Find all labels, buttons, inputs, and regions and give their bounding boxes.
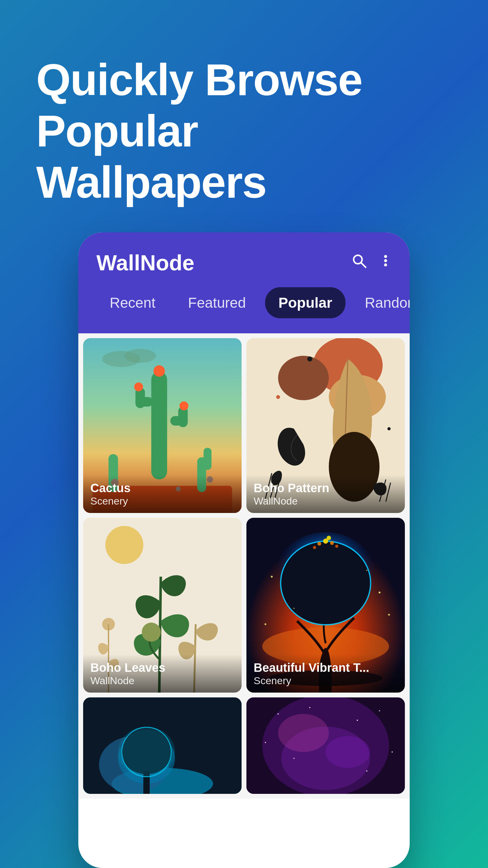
wallpaper-card-boho-leaves[interactable]: Boho Leaves WallNode [83,518,241,692]
card-subtitle-cactus: Scenery [90,495,234,507]
card-label-boho-pattern: Boho Pattern WallNode [247,475,405,513]
svg-point-50 [313,546,316,549]
svg-point-77 [265,742,266,743]
card-subtitle-boho-pattern: WallNode [254,495,398,507]
svg-rect-20 [204,447,212,470]
svg-point-67 [118,726,175,777]
app-header: WallNode Recent [78,232,410,333]
svg-point-58 [264,623,266,625]
svg-point-79 [293,758,295,759]
svg-point-75 [357,719,358,721]
svg-point-78 [392,751,393,752]
card-label-boho-leaves: Boho Leaves WallNode [83,654,241,692]
app-title: WallNode [96,250,194,275]
svg-point-40 [142,622,161,641]
tab-popular[interactable]: Popular [265,287,346,318]
svg-point-80 [366,770,367,772]
svg-point-39 [105,526,143,564]
svg-line-1 [361,262,366,267]
svg-point-52 [327,535,331,540]
tab-random[interactable]: Random [352,287,410,318]
card-title-boho-pattern: Boho Pattern [254,481,398,495]
svg-point-73 [278,713,279,714]
svg-point-48 [318,541,321,546]
svg-point-55 [379,591,381,593]
svg-point-7 [124,349,156,363]
svg-point-57 [366,569,367,571]
svg-point-59 [388,614,390,615]
wallpaper-card-5[interactable] [83,698,241,794]
svg-point-4 [384,264,387,267]
card-label-vibrant-tree: Beautiful Vibrant T... Scenery [247,654,405,692]
search-icon[interactable] [351,252,367,273]
wallpaper-card-vibrant-tree[interactable]: Beautiful Vibrant T... Scenery [247,518,405,692]
phone-mockup: WallNode Recent [78,232,410,868]
wallpaper-card-cactus[interactable]: Cactus Scenery [83,338,241,513]
headline-line3: Wallpapers [36,157,266,207]
card-label-cactus: Cactus Scenery [83,475,241,513]
wallpaper-card-boho-pattern[interactable]: Boho Pattern WallNode [247,338,405,513]
svg-point-45 [281,541,370,624]
svg-point-74 [309,707,310,708]
card-subtitle-vibrant-tree: Scenery [254,675,398,687]
card-title-boho-leaves: Boho Leaves [90,660,234,675]
svg-point-72 [326,736,370,768]
svg-point-56 [293,608,295,609]
tab-recent[interactable]: Recent [96,287,169,318]
card-subtitle-boho-leaves: WallNode [90,675,234,687]
tab-featured[interactable]: Featured [175,287,259,318]
svg-point-30 [307,356,313,361]
svg-point-32 [387,427,391,430]
svg-point-2 [384,255,387,258]
wallpaper-card-6[interactable] [247,698,405,794]
svg-point-17 [180,401,188,410]
svg-point-26 [278,355,329,400]
more-options-icon[interactable] [380,252,392,273]
headline: Quickly Browse Popular Wallpapers [0,0,488,232]
svg-point-49 [330,541,334,545]
headline-line2: Popular [36,106,198,156]
headline-line1: Quickly Browse [36,55,362,104]
card-title-vibrant-tree: Beautiful Vibrant T... [254,660,398,675]
svg-point-3 [384,259,387,262]
svg-point-15 [154,365,165,377]
tabs-row: Recent Featured Popular Random [96,287,392,321]
card-title-cactus: Cactus [90,481,234,495]
svg-point-16 [134,382,143,391]
svg-point-71 [278,714,329,752]
svg-point-51 [335,545,338,548]
svg-point-76 [379,710,380,711]
svg-point-54 [271,576,272,578]
svg-rect-10 [151,372,167,479]
header-icons [351,252,392,273]
svg-point-31 [276,395,280,399]
wallpaper-grid: Cactus Scenery [78,333,410,799]
